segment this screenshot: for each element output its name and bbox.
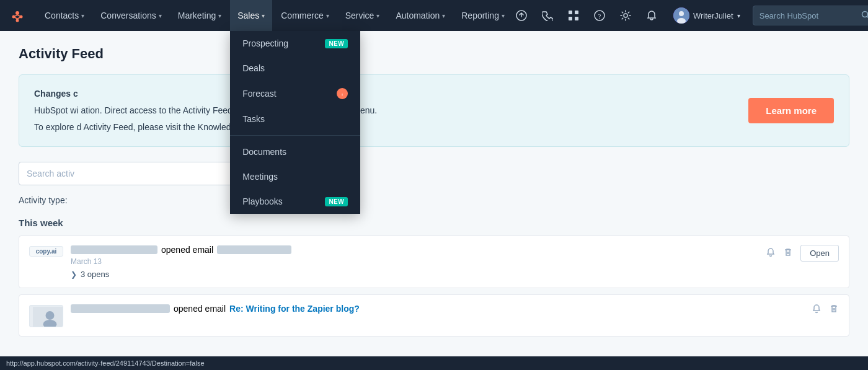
chevron-right-icon[interactable]: ❯: [71, 270, 77, 279]
chevron-down-icon: ▾: [262, 12, 265, 19]
activity-line-2: opened email Re: Writing for the Zapier …: [71, 304, 804, 314]
activity-right-2: [812, 304, 839, 316]
chevron-down-icon: ▾: [376, 12, 379, 19]
activity-line: opened email: [71, 245, 758, 255]
activity-body-2: opened email Re: Writing for the Zapier …: [71, 304, 804, 316]
topbar: Contacts ▾ Conversations ▾ Marketing ▾ S…: [0, 0, 868, 31]
svg-text:?: ?: [598, 12, 601, 20]
nav-service[interactable]: Service ▾: [338, 0, 388, 31]
redacted-name: [71, 245, 157, 254]
chevron-down-icon: ▾: [326, 12, 329, 19]
settings-icon[interactable]: [616, 6, 635, 25]
activity-right: Open: [766, 245, 839, 262]
user-avatar[interactable]: WriterJuliet ▾: [668, 5, 745, 26]
badge-alert-forecast: !: [337, 88, 348, 99]
avatar-image: [673, 7, 689, 24]
chevron-down-icon: ▾: [159, 12, 162, 19]
chevron-down-icon: ▾: [502, 12, 505, 19]
badge-new-playbooks: NEW: [325, 197, 348, 206]
open-button[interactable]: Open: [800, 245, 839, 262]
bell-activity-icon-2[interactable]: [812, 304, 822, 316]
nav-sales[interactable]: Sales ▾: [230, 0, 272, 31]
dropdown-deals[interactable]: Deals: [230, 56, 360, 81]
main-nav: Contacts ▾ Conversations ▾ Marketing ▾ S…: [37, 0, 512, 31]
svg-rect-12: [575, 11, 578, 14]
activity-type-label: Activity type:: [19, 195, 68, 205]
nav-sales-wrapper: Sales ▾ Prospecting NEW Deals Forecast: [230, 0, 272, 31]
search-icon: [861, 11, 868, 21]
activity-date: March 13: [71, 257, 758, 266]
topbar-right: ? WriterJuliet ▾: [512, 5, 868, 26]
phone-icon[interactable]: [538, 6, 557, 25]
search-wrap: [19, 162, 849, 185]
svg-point-0: [16, 11, 19, 15]
delete-activity-icon[interactable]: [783, 247, 793, 260]
activity-type-row: Activity type:: [19, 195, 849, 205]
dropdown-divider: [230, 135, 360, 136]
svg-point-17: [624, 14, 627, 17]
page-content: Activity Feed Changes c HubSpot wi ation…: [0, 31, 868, 358]
nav-commerce[interactable]: Commerce ▾: [273, 0, 336, 31]
notice-body2: To explore d Activity Feed, please visit…: [34, 121, 724, 134]
delete-activity-icon-2[interactable]: [829, 304, 839, 316]
user-chevron-icon: ▾: [737, 12, 740, 19]
search-box[interactable]: [753, 6, 868, 25]
redacted-email: [217, 245, 291, 254]
svg-rect-14: [575, 17, 578, 20]
dropdown-prospecting[interactable]: Prospecting NEW: [230, 31, 360, 56]
dropdown-forecast[interactable]: Forecast !: [230, 81, 360, 107]
page-title: Activity Feed: [19, 46, 849, 62]
svg-point-3: [16, 19, 19, 22]
svg-rect-13: [569, 17, 572, 20]
help-icon[interactable]: ?: [590, 6, 609, 25]
statusbar: http://app.hubspot.com/activity-feed/249…: [0, 356, 868, 358]
opens-count: 3 opens: [81, 270, 109, 279]
activity-opens: ❯ 3 opens: [71, 270, 758, 279]
badge-new-prospecting: NEW: [325, 39, 348, 48]
bell-icon[interactable]: [642, 6, 661, 25]
user-name-label: WriterJuliet: [693, 11, 733, 20]
dropdown-documents[interactable]: Documents: [230, 139, 360, 164]
chevron-down-icon: ▾: [81, 12, 84, 19]
svg-point-19: [679, 11, 684, 16]
week-section-label: This week: [19, 218, 849, 228]
svg-text:!: !: [342, 93, 343, 97]
svg-rect-11: [569, 11, 572, 14]
search-input[interactable]: [760, 11, 856, 20]
nav-contacts[interactable]: Contacts ▾: [37, 0, 92, 31]
svg-point-28: [46, 311, 55, 320]
activity-logo-2: [29, 305, 63, 327]
nav-marketing[interactable]: Marketing ▾: [170, 0, 229, 31]
chevron-down-icon: ▾: [442, 12, 445, 19]
notice-text: Changes c HubSpot wi ation. Direct acces…: [34, 87, 724, 134]
redacted-name-2: [71, 304, 170, 313]
activity-action: opened email: [161, 245, 213, 255]
notice-heading: Changes c: [34, 87, 724, 100]
nav-automation[interactable]: Automation ▾: [388, 0, 453, 31]
activity-item: copy.ai opened email March 13 ❯ 3 opens: [19, 236, 849, 288]
nav-conversations[interactable]: Conversations ▾: [93, 0, 169, 31]
dropdown-playbooks[interactable]: Playbooks NEW: [230, 189, 360, 214]
sales-dropdown: Prospecting NEW Deals Forecast !: [230, 31, 360, 214]
grid-icon[interactable]: [564, 6, 583, 25]
activity-item: opened email Re: Writing for the Zapier …: [19, 294, 849, 337]
email-subject-link[interactable]: Re: Writing for the Zapier blog?: [229, 304, 360, 314]
notice-body1: HubSpot wi ation. Direct access to the A…: [34, 104, 724, 117]
learn-more-button[interactable]: Learn more: [748, 98, 834, 123]
hubspot-logo[interactable]: [10, 8, 25, 23]
dropdown-tasks[interactable]: Tasks: [230, 107, 360, 131]
bell-activity-icon[interactable]: [766, 247, 776, 260]
chevron-down-icon: ▾: [218, 12, 221, 19]
nav-reporting[interactable]: Reporting ▾: [454, 0, 512, 31]
notice-banner: Changes c HubSpot wi ation. Direct acces…: [19, 74, 849, 147]
activity-body: opened email March 13 ❯ 3 opens: [71, 245, 758, 279]
activity-logo: copy.ai: [29, 246, 63, 257]
upload-icon[interactable]: [512, 6, 531, 25]
activity-action-2: opened email: [174, 304, 226, 314]
dropdown-meetings[interactable]: Meetings: [230, 164, 360, 189]
